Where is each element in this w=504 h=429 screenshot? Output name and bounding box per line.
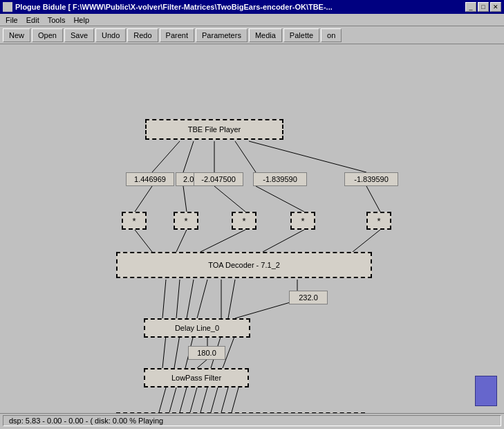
svg-line-38 [232,387,239,412]
svg-line-23 [235,300,297,318]
blue-rectangle [475,376,497,406]
minimize-button[interactable]: _ [465,2,476,12]
svg-line-7 [214,186,245,212]
menu-edit[interactable]: Edit [22,15,44,25]
redo-button[interactable]: Redo [127,28,158,42]
lowpass-filter-node[interactable]: LowPass Filter [144,368,249,387]
wire-canvas [0,44,504,427]
svg-line-22 [228,280,235,318]
mult-node-3[interactable]: * [232,212,256,230]
svg-line-1 [183,141,194,172]
svg-line-3 [235,141,256,172]
mult-node-4[interactable]: * [290,212,315,230]
on-button[interactable]: on [321,28,342,42]
svg-line-6 [183,186,187,212]
svg-line-18 [176,280,180,318]
svg-line-14 [353,230,380,252]
save-button[interactable]: Save [64,28,94,42]
mult-node-2[interactable]: * [174,212,198,230]
toa-decoder-node[interactable]: TOA Decoder - 7.1_2 [116,252,372,278]
svg-line-12 [200,230,245,252]
mult-node-5[interactable]: * [366,212,391,230]
menu-bar: File Edit Tools Help [0,14,504,26]
parent-button[interactable]: Parent [160,28,194,42]
file-player-node[interactable]: TBE File Player [145,119,283,140]
maximize-button[interactable]: □ [478,2,489,12]
svg-line-32 [169,387,176,412]
toolbar: New Open Save Undo Redo Parent Parameter… [0,26,504,44]
app-icon [3,2,12,12]
menu-help[interactable]: Help [69,15,93,25]
svg-line-36 [211,387,218,412]
value-232-node[interactable]: 232.0 [289,291,328,304]
svg-line-19 [187,280,194,318]
value-node-1[interactable]: 1.446969 [126,172,174,186]
new-button[interactable]: New [3,28,30,42]
close-button[interactable]: ✕ [490,2,501,12]
window-title: Plogue Bidule [ F:\WWW\Public\X-volver\F… [15,3,333,11]
svg-line-28 [197,359,207,368]
value-node-3[interactable]: -2.047500 [194,172,243,186]
svg-line-37 [221,387,228,412]
svg-line-35 [200,387,207,412]
menu-tools[interactable]: Tools [44,15,70,25]
svg-line-8 [256,186,304,212]
menu-file[interactable]: File [1,15,22,25]
delay-line-node[interactable]: Delay Line_0 [144,318,250,338]
value-180-node[interactable]: 180.0 [188,346,225,360]
svg-line-20 [197,280,207,318]
value-node-4[interactable]: -1.839590 [253,172,307,186]
svg-line-25 [162,335,166,368]
value-node-5[interactable]: -1.839590 [344,172,398,186]
svg-line-34 [190,387,197,412]
parameters-button[interactable]: Parameters [196,28,248,42]
svg-line-10 [135,230,152,252]
title-bar: Plogue Bidule [ F:\WWW\Public\X-volver\F… [0,0,504,14]
status-text: dsp: 5.83 - 0.00 - 0.00 - ( disk: 0.00 %… [9,417,163,425]
svg-line-11 [176,230,187,252]
svg-line-31 [159,387,166,412]
palette-button[interactable]: Palette [283,28,319,42]
media-button[interactable]: Media [249,28,282,42]
svg-line-9 [366,186,380,212]
svg-line-0 [152,141,180,172]
status-bar: dsp: 5.83 - 0.00 - 0.00 - ( disk: 0.00 %… [0,413,504,427]
svg-line-17 [162,280,166,318]
svg-line-4 [249,141,366,172]
main-canvas[interactable]: TBE File Player 1.446969 2.047500 -2.047… [0,44,504,427]
svg-line-5 [135,186,152,212]
svg-line-26 [174,335,180,368]
svg-line-13 [263,230,304,252]
mult-node-1[interactable]: * [122,212,147,230]
svg-line-33 [180,387,187,412]
undo-button[interactable]: Undo [95,28,126,42]
open-button[interactable]: Open [32,28,63,42]
